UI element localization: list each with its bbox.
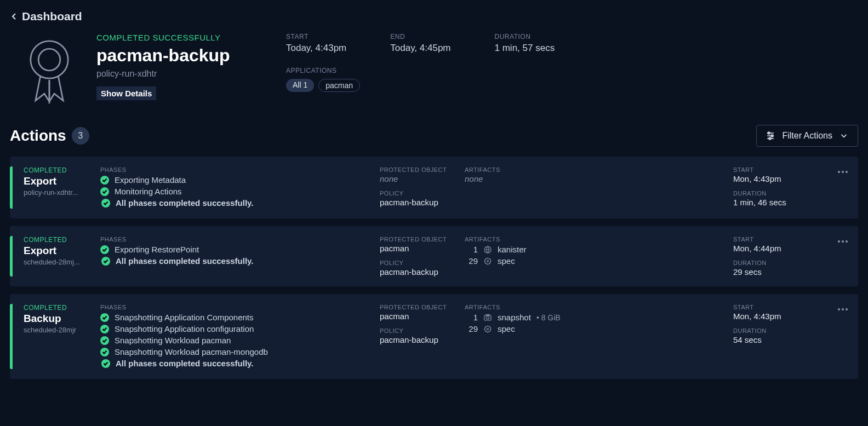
card-start-label: START bbox=[733, 304, 847, 310]
card-name: Backup bbox=[24, 313, 100, 325]
phase-label: Snapshotting Application configuration bbox=[115, 324, 254, 333]
policy-label: POLICY bbox=[380, 190, 465, 197]
artifact-name: kanister bbox=[498, 245, 527, 254]
page-title: pacman-backup bbox=[96, 45, 266, 66]
svg-point-11 bbox=[838, 171, 840, 173]
action-card[interactable]: COMPLETED Export scheduled-28mj... PHASE… bbox=[10, 226, 858, 286]
phases-summary: All phases completed successfully. bbox=[100, 359, 380, 368]
chevron-down-icon bbox=[839, 131, 849, 141]
card-status: COMPLETED bbox=[24, 236, 100, 244]
phase-row: Snapshotting Application Components bbox=[100, 313, 380, 322]
phase-row: Exporting Metadata bbox=[100, 175, 380, 185]
card-duration-label: DURATION bbox=[733, 190, 847, 197]
svg-point-13 bbox=[846, 171, 848, 173]
check-circle-icon bbox=[100, 348, 109, 356]
card-duration-label: DURATION bbox=[733, 327, 847, 334]
check-circle-icon bbox=[101, 257, 110, 266]
end-label: END bbox=[390, 33, 450, 41]
policy-value: pacman-backup bbox=[380, 267, 465, 277]
artifacts-none: none bbox=[465, 174, 733, 183]
artifact-name: spec bbox=[498, 324, 515, 333]
phases-label: PHASES bbox=[100, 236, 380, 243]
check-circle-icon bbox=[100, 245, 109, 254]
phase-label: Snapshotting Workload pacman bbox=[115, 336, 231, 345]
card-status: COMPLETED bbox=[24, 304, 100, 312]
phases-label: PHASES bbox=[100, 166, 380, 173]
check-circle-icon bbox=[101, 359, 110, 368]
card-start-label: START bbox=[733, 166, 847, 173]
check-circle-icon bbox=[100, 313, 109, 322]
phase-row: Monitoring Actions bbox=[100, 187, 380, 196]
svg-point-0 bbox=[31, 41, 68, 78]
card-more-button[interactable] bbox=[835, 302, 850, 315]
card-duration-label: DURATION bbox=[733, 260, 847, 266]
card-more-button[interactable] bbox=[835, 164, 850, 177]
card-start-label: START bbox=[733, 236, 847, 243]
phase-label: Snapshotting Application Components bbox=[115, 313, 254, 322]
check-circle-icon bbox=[101, 199, 110, 208]
start-label: START bbox=[286, 33, 346, 41]
status-stripe bbox=[10, 304, 13, 369]
sliders-icon bbox=[766, 131, 775, 141]
svg-rect-27 bbox=[484, 315, 491, 320]
svg-point-12 bbox=[842, 171, 844, 173]
phase-label: Snapshotting Workload pacman-mongodb bbox=[115, 347, 268, 356]
protected-object-label: PROTECTED OBJECT bbox=[380, 304, 465, 310]
card-subtitle: policy-run-xdhtr... bbox=[24, 188, 95, 197]
kanister-icon bbox=[483, 245, 492, 254]
svg-point-1 bbox=[38, 49, 60, 71]
filter-actions-button[interactable]: Filter Actions bbox=[756, 125, 858, 147]
card-start-value: Mon, 4:43pm bbox=[733, 174, 847, 183]
artifact-name: snapshot bbox=[498, 313, 531, 322]
phase-row: Snapshotting Application configuration bbox=[100, 324, 380, 333]
more-horizontal-icon bbox=[837, 308, 848, 311]
protected-object-value: pacman bbox=[380, 312, 465, 321]
app-filter-pacman[interactable]: pacman bbox=[318, 79, 360, 92]
card-name: Export bbox=[24, 245, 100, 257]
check-circle-icon bbox=[100, 187, 109, 196]
action-card[interactable]: COMPLETED Backup scheduled-28mjr PHASES … bbox=[10, 294, 858, 379]
phases-summary: All phases completed successfully. bbox=[100, 256, 380, 266]
applications-label: APPLICATIONS bbox=[286, 67, 555, 74]
svg-point-18 bbox=[487, 260, 489, 262]
status-stripe bbox=[10, 236, 13, 277]
policy-value: pacman-backup bbox=[380, 335, 465, 344]
artifact-name: spec bbox=[498, 256, 515, 266]
phases-summary-text: All phases completed successfully. bbox=[116, 359, 253, 368]
card-duration-value: 54 secs bbox=[733, 335, 847, 344]
card-more-button[interactable] bbox=[835, 234, 850, 247]
card-subtitle: scheduled-28mjr bbox=[24, 326, 95, 334]
svg-point-19 bbox=[838, 240, 840, 243]
card-start-value: Mon, 4:43pm bbox=[733, 312, 847, 321]
start-value: Today, 4:43pm bbox=[286, 43, 346, 54]
card-status: COMPLETED bbox=[24, 166, 100, 174]
duration-label: DURATION bbox=[495, 33, 555, 41]
duration-value: 1 min, 57 secs bbox=[495, 43, 555, 54]
policy-value: pacman-backup bbox=[380, 198, 465, 207]
back-to-dashboard[interactable]: Dashboard bbox=[0, 0, 868, 23]
run-status: COMPLETED SUCCESSFULLY bbox=[96, 33, 266, 42]
protected-object-label: PROTECTED OBJECT bbox=[380, 236, 465, 243]
card-subtitle: scheduled-28mj... bbox=[24, 258, 95, 266]
back-label: Dashboard bbox=[22, 10, 82, 23]
svg-point-21 bbox=[846, 240, 848, 243]
protected-object-none: none bbox=[380, 174, 465, 183]
status-stripe bbox=[10, 166, 13, 209]
card-duration-value: 29 secs bbox=[733, 267, 847, 277]
svg-point-20 bbox=[842, 240, 844, 243]
artifact-row: 1 kanister bbox=[465, 245, 733, 254]
artifact-row: 29 spec bbox=[465, 256, 733, 266]
chevron-left-icon bbox=[10, 12, 19, 21]
policy-label: POLICY bbox=[380, 260, 465, 266]
app-filter-all[interactable]: All 1 bbox=[286, 79, 314, 92]
spec-icon bbox=[483, 325, 492, 333]
card-start-value: Mon, 4:44pm bbox=[733, 244, 847, 253]
action-card[interactable]: COMPLETED Export policy-run-xdhtr... PHA… bbox=[10, 157, 858, 218]
artifact-count: 29 bbox=[465, 256, 478, 266]
more-horizontal-icon bbox=[837, 170, 848, 174]
phases-summary-text: All phases completed successfully. bbox=[116, 256, 253, 266]
end-value: Today, 4:45pm bbox=[390, 43, 450, 54]
show-details-button[interactable]: Show Details bbox=[96, 87, 156, 100]
filter-label: Filter Actions bbox=[782, 131, 832, 141]
run-id: policy-run-xdhtr bbox=[96, 69, 266, 79]
